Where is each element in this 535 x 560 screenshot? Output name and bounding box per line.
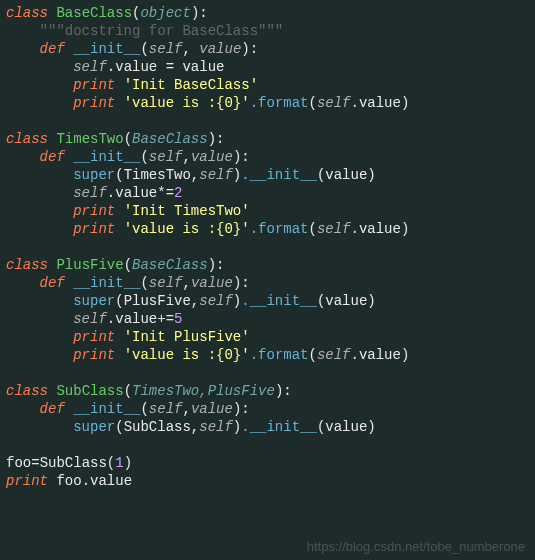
number-5: 5 <box>174 311 182 327</box>
base-class: BaseClass <box>132 257 208 273</box>
param-self: self <box>149 275 183 291</box>
super-args-close: ) <box>233 293 241 309</box>
self-ref: self <box>317 95 351 111</box>
init-call-args: (value) <box>317 419 376 435</box>
builtin-object: object <box>140 5 190 21</box>
number-1: 1 <box>115 455 123 471</box>
keyword-def: def <box>40 149 65 165</box>
keyword-print: print <box>6 473 48 489</box>
attr-value: .value <box>351 95 401 111</box>
self-ref: self <box>199 419 233 435</box>
param-value: value <box>191 275 233 291</box>
dot-init: .__init__ <box>241 167 317 183</box>
init-call-args: (value) <box>317 167 376 183</box>
string-value-is: 'value is :{0}' <box>124 95 250 111</box>
keyword-class: class <box>6 5 48 21</box>
dot-init: .__init__ <box>241 419 317 435</box>
dot-init: .__init__ <box>241 293 317 309</box>
format-fn: .format <box>250 95 309 111</box>
string-init-timestwo: 'Init TimesTwo' <box>124 203 250 219</box>
class-name-plusfive: PlusFive <box>56 257 123 273</box>
init-call-args: (value) <box>317 293 376 309</box>
super-args-close: ) <box>233 419 241 435</box>
ctor-subclass: SubClass <box>40 455 107 471</box>
param-self: self <box>149 401 183 417</box>
super-args-open: (PlusFive, <box>115 293 199 309</box>
class-name-baseclass: BaseClass <box>56 5 132 21</box>
self-ref: self <box>317 347 351 363</box>
print-expr: foo.value <box>56 473 132 489</box>
init-name: __init__ <box>73 149 140 165</box>
super-args-open: (TimesTwo, <box>115 167 199 183</box>
mutate-attr: .value*= <box>107 185 174 201</box>
self-ref: self <box>73 59 107 75</box>
base-classes: TimesTwo,PlusFive <box>132 383 275 399</box>
code-block: class BaseClass(object): """docstring fo… <box>0 0 535 494</box>
super-fn: super <box>73 419 115 435</box>
keyword-print: print <box>73 347 115 363</box>
init-name: __init__ <box>73 401 140 417</box>
mutate-attr: .value+= <box>107 311 174 327</box>
param-self: self <box>149 41 183 57</box>
keyword-print: print <box>73 203 115 219</box>
self-ref: self <box>73 185 107 201</box>
number-2: 2 <box>174 185 182 201</box>
format-fn: .format <box>250 221 309 237</box>
keyword-def: def <box>40 275 65 291</box>
super-fn: super <box>73 167 115 183</box>
docstring: """docstring for BaseClass""" <box>40 23 284 39</box>
param-value: value <box>199 41 241 57</box>
param-self: self <box>149 149 183 165</box>
init-name: __init__ <box>73 275 140 291</box>
format-fn: .format <box>250 347 309 363</box>
equals: = <box>31 455 39 471</box>
string-init-baseclass: 'Init BaseClass' <box>124 77 258 93</box>
keyword-print: print <box>73 77 115 93</box>
keyword-def: def <box>40 41 65 57</box>
class-name-timestwo: TimesTwo <box>56 131 123 147</box>
attr-value: .value <box>351 221 401 237</box>
self-ref: self <box>73 311 107 327</box>
super-args-open: (SubClass, <box>115 419 199 435</box>
keyword-def: def <box>40 401 65 417</box>
class-name-subclass: SubClass <box>56 383 123 399</box>
self-ref: self <box>199 167 233 183</box>
keyword-class: class <box>6 131 48 147</box>
keyword-print: print <box>73 95 115 111</box>
keyword-print: print <box>73 221 115 237</box>
keyword-class: class <box>6 383 48 399</box>
self-ref: self <box>199 293 233 309</box>
watermark: https://blog.csdn.net/tobe_numberone <box>307 539 525 554</box>
super-fn: super <box>73 293 115 309</box>
attr-value: .value <box>351 347 401 363</box>
var-foo: foo <box>6 455 31 471</box>
init-name: __init__ <box>73 41 140 57</box>
string-value-is: 'value is :{0}' <box>124 221 250 237</box>
self-ref: self <box>317 221 351 237</box>
keyword-print: print <box>73 329 115 345</box>
string-value-is: 'value is :{0}' <box>124 347 250 363</box>
param-value: value <box>191 149 233 165</box>
super-args-close: ) <box>233 167 241 183</box>
assign-value: .value = value <box>107 59 225 75</box>
param-value: value <box>191 401 233 417</box>
string-init-plusfive: 'Init PlusFive' <box>124 329 250 345</box>
keyword-class: class <box>6 257 48 273</box>
base-class: BaseClass <box>132 131 208 147</box>
